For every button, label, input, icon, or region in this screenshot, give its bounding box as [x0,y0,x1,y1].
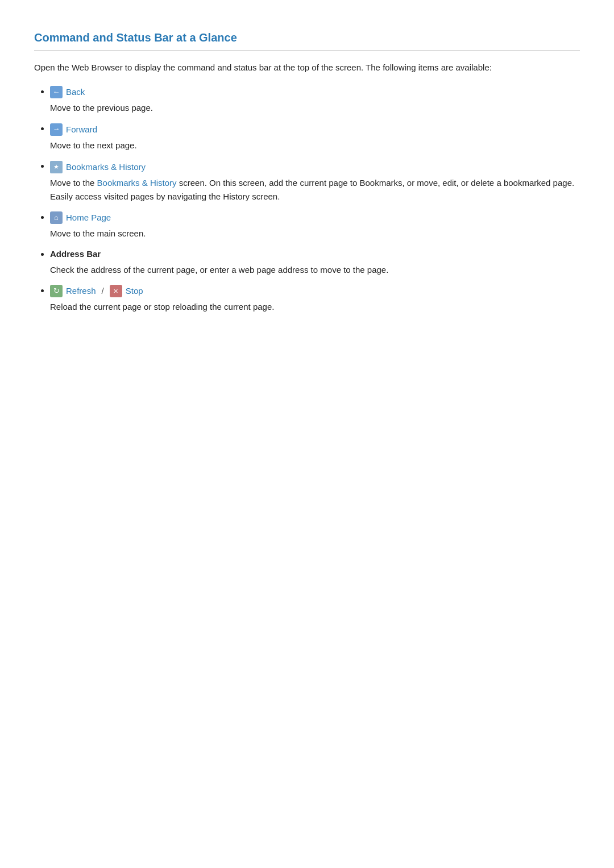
home-label: ⌂ Home Page [50,211,111,225]
refresh-icon: ↻ [50,285,63,297]
forward-label: → Forward [50,123,97,136]
intro-text: Open the Web Browser to display the comm… [34,61,580,74]
address-bar-label: Address Bar [50,247,101,261]
home-description: Move to the main screen. [50,227,580,240]
refresh-stop-description: Reload the current page or stop reloadin… [50,300,580,314]
refresh-text: Refresh [66,284,96,298]
back-description: Move to the previous page. [50,101,580,115]
refresh-stop-label: ↻ Refresh / ✕ Stop [50,284,143,298]
forward-description: Move to the next page. [50,139,580,152]
list-item-bookmarks: Bookmarks & History Move to the Bookmark… [50,159,580,203]
back-label: ← Back [50,85,85,99]
bookmarks-label: Bookmarks & History [50,160,146,174]
separator: / [102,284,104,298]
back-icon: ← [50,86,63,98]
bookmarks-description: Move to the Bookmarks & History screen. … [50,176,580,203]
page-title: Command and Status Bar at a Glance [34,28,580,51]
stop-text: Stop [126,284,143,298]
list-item-home: ⌂ Home Page Move to the main screen. [50,210,580,240]
list-item-address-bar: Address Bar Check the address of the cur… [50,247,580,277]
item-list: ← Back Move to the previous page. → Forw… [34,85,580,314]
list-item-back: ← Back Move to the previous page. [50,85,580,115]
bookmarks-inline-link[interactable]: Bookmarks & History [97,178,177,188]
home-icon: ⌂ [50,211,63,224]
bookmarks-desc-prefix: Move to the [50,178,97,188]
stop-icon: ✕ [110,285,122,297]
list-item-forward: → Forward Move to the next page. [50,122,580,152]
list-item-refresh-stop: ↻ Refresh / ✕ Stop Reload the current pa… [50,284,580,314]
bookmarks-icon [50,161,63,173]
address-bar-description: Check the address of the current page, o… [50,263,580,277]
forward-icon: → [50,123,63,136]
